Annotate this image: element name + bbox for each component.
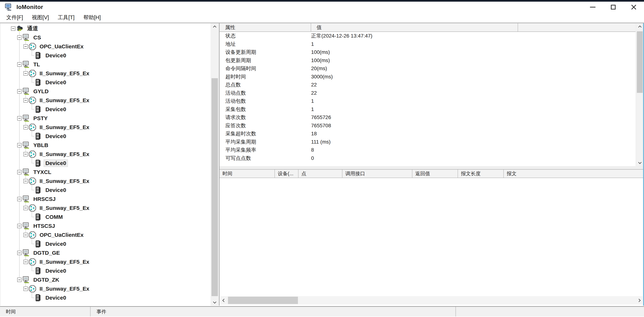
property-column-header[interactable]: 属性: [220, 23, 311, 32]
property-row[interactable]: 采集超时次数18: [220, 130, 636, 138]
tree-row-cs[interactable]: CS: [0, 33, 42, 42]
property-row[interactable]: 活动包数1: [220, 97, 636, 105]
tree-node-label[interactable]: II_Sunway_EF5_Ex: [38, 70, 91, 77]
close-button[interactable]: [624, 2, 644, 13]
tree-node-label[interactable]: II_Sunway_EF5_Ex: [38, 285, 91, 292]
tree-expander-collapse-icon[interactable]: [24, 125, 28, 130]
tree-row-ii-sunway-ef5-ex[interactable]: II_Sunway_EF5_Ex: [0, 204, 91, 212]
property-row[interactable]: 状态正常(2024-12-26 13:47:47): [220, 32, 636, 40]
tree-expander-collapse-icon[interactable]: [24, 71, 28, 76]
property-row[interactable]: 总点数22: [220, 81, 636, 89]
property-row[interactable]: 包更新周期100(ms): [220, 56, 636, 65]
minimize-button[interactable]: [582, 2, 603, 13]
tree-node-label[interactable]: II_Sunway_EF5_Ex: [38, 204, 91, 212]
tree-node-label[interactable]: Device0: [44, 160, 68, 167]
property-row[interactable]: 命令间隔时间20(ms): [220, 64, 636, 73]
tree-expander-collapse-icon[interactable]: [17, 278, 22, 282]
tree-row-dgtd-ge[interactable]: DGTD_GE: [0, 248, 61, 257]
tree-node-label[interactable]: II_Sunway_EF5_Ex: [38, 258, 91, 265]
tree-row-opc-uaclientex[interactable]: OPC_UaClientEx: [0, 42, 85, 51]
tree-expander-collapse-icon[interactable]: [17, 116, 22, 120]
tree-node-label[interactable]: Device0: [44, 133, 68, 140]
packet-scroll-right-button[interactable]: [635, 296, 642, 304]
property-row[interactable]: 平均采集周期111 (ms): [220, 138, 636, 146]
property-row[interactable]: 平均采集频率8: [220, 146, 636, 154]
tree-row-ii-sunway-ef5-ex[interactable]: II_Sunway_EF5_Ex: [0, 284, 91, 293]
tree-scroll-down-button[interactable]: [211, 298, 218, 306]
tree-node-label[interactable]: II_Sunway_EF5_Ex: [38, 124, 91, 131]
tree-row-ii-sunway-ef5-ex[interactable]: II_Sunway_EF5_Ex: [0, 176, 91, 186]
property-row[interactable]: 活动点数22: [220, 89, 636, 97]
tree-node-label[interactable]: CS: [32, 34, 42, 41]
menu-item-2[interactable]: 工具[T]: [54, 13, 78, 22]
tree-scroll-up-button[interactable]: [211, 23, 218, 31]
tree-row-htscsj[interactable]: HTSCSJ: [0, 222, 56, 230]
property-row[interactable]: 采集包数1: [220, 105, 636, 114]
tree-row-hrscsj[interactable]: HRSCSJ: [0, 194, 57, 204]
maximize-button[interactable]: [603, 2, 624, 13]
tree-node-label[interactable]: DGTD_ZK: [32, 276, 61, 283]
tree-node-label[interactable]: TL: [32, 61, 42, 68]
tree-row-gyld[interactable]: GYLD: [0, 87, 50, 96]
tree-node-label[interactable]: OPC_UaClientEx: [38, 232, 85, 238]
tree-node-label[interactable]: Device0: [44, 267, 68, 274]
packet-scroll-left-button[interactable]: [220, 296, 228, 304]
tree-expander-collapse-icon[interactable]: [17, 197, 22, 201]
tree-expander-collapse-icon[interactable]: [17, 170, 22, 174]
packet-column-header-2[interactable]: 点: [298, 170, 342, 178]
property-row[interactable]: 请求次数7655726: [220, 113, 636, 122]
tree-row-通道[interactable]: 通道: [0, 24, 40, 33]
tree-node-label[interactable]: GYLD: [32, 88, 50, 95]
tree-expander-collapse-icon[interactable]: [24, 179, 28, 183]
tree-node-label[interactable]: COMM: [44, 214, 64, 220]
tree-expander-collapse-icon[interactable]: [17, 35, 22, 40]
tree-node-label[interactable]: HTSCSJ: [32, 222, 56, 230]
property-row[interactable]: 超时时间3000(ms): [220, 73, 636, 81]
tree-row-ii-sunway-ef5-ex[interactable]: II_Sunway_EF5_Ex: [0, 96, 91, 105]
tree-node-label[interactable]: OPC_UaClientEx: [38, 43, 85, 50]
property-row[interactable]: 设备更新周期100(ms): [220, 48, 636, 56]
packet-horizontal-scrollbar[interactable]: [220, 296, 642, 304]
packet-column-header-6[interactable]: 报文: [504, 170, 643, 178]
packet-scroll-thumb[interactable]: [228, 297, 298, 304]
tree-expander-collapse-icon[interactable]: [17, 143, 22, 148]
property-scroll-thumb[interactable]: [637, 31, 643, 93]
tree-node-label[interactable]: YBLB: [32, 142, 50, 149]
tree-node-label[interactable]: Device0: [44, 106, 68, 113]
tree-row-yblb[interactable]: YBLB: [0, 141, 50, 150]
tree-row-tyxcl[interactable]: TYXCL: [0, 168, 53, 176]
tree-node-label[interactable]: Device0: [44, 52, 68, 59]
tree-expander-collapse-icon[interactable]: [24, 286, 28, 291]
tree-node-label[interactable]: TYXCL: [32, 169, 53, 176]
property-row[interactable]: 地址1: [220, 40, 636, 48]
tree-node-label[interactable]: Device0: [44, 186, 68, 194]
tree-expander-collapse-icon[interactable]: [24, 98, 28, 102]
property-row[interactable]: 可写点点数0: [220, 154, 636, 162]
tree-expander-collapse-icon[interactable]: [17, 251, 22, 255]
menu-item-1[interactable]: 视图[V]: [28, 13, 52, 22]
tree-node-label[interactable]: II_Sunway_EF5_Ex: [38, 151, 91, 158]
tree-scroll-thumb[interactable]: [212, 78, 218, 296]
tree-expander-collapse-icon[interactable]: [24, 152, 28, 156]
tree-node-label[interactable]: II_Sunway_EF5_Ex: [38, 97, 91, 104]
packet-column-header-4[interactable]: 返回值: [412, 170, 458, 178]
packet-column-header-0[interactable]: 时间: [220, 170, 275, 178]
packet-column-header-5[interactable]: 报文长度: [458, 170, 504, 178]
tree-row-psty[interactable]: PSTY: [0, 114, 49, 123]
value-column-header[interactable]: 值: [311, 23, 518, 32]
tree-node-label[interactable]: PSTY: [32, 115, 49, 122]
tree-row-opc-uaclientex[interactable]: OPC_UaClientEx: [0, 230, 85, 239]
tree-node-label[interactable]: HRSCSJ: [32, 196, 57, 202]
property-vertical-scrollbar[interactable]: [636, 23, 643, 166]
tree-node-label[interactable]: 通道: [26, 24, 40, 32]
property-row[interactable]: 应答次数7655708: [220, 122, 636, 130]
tree-row-ii-sunway-ef5-ex[interactable]: II_Sunway_EF5_Ex: [0, 69, 91, 78]
tree-expander-collapse-icon[interactable]: [11, 26, 16, 31]
menu-item-0[interactable]: 文件[F]: [3, 13, 26, 22]
tree-expander-collapse-icon[interactable]: [24, 206, 28, 210]
tree-expander-collapse-icon[interactable]: [17, 62, 22, 67]
property-scroll-down-button[interactable]: [636, 158, 643, 166]
tree-node-label[interactable]: DGTD_GE: [32, 250, 61, 256]
tree-row-ii-sunway-ef5-ex[interactable]: II_Sunway_EF5_Ex: [0, 257, 91, 266]
packet-column-header-3[interactable]: 调用接口: [342, 170, 412, 178]
